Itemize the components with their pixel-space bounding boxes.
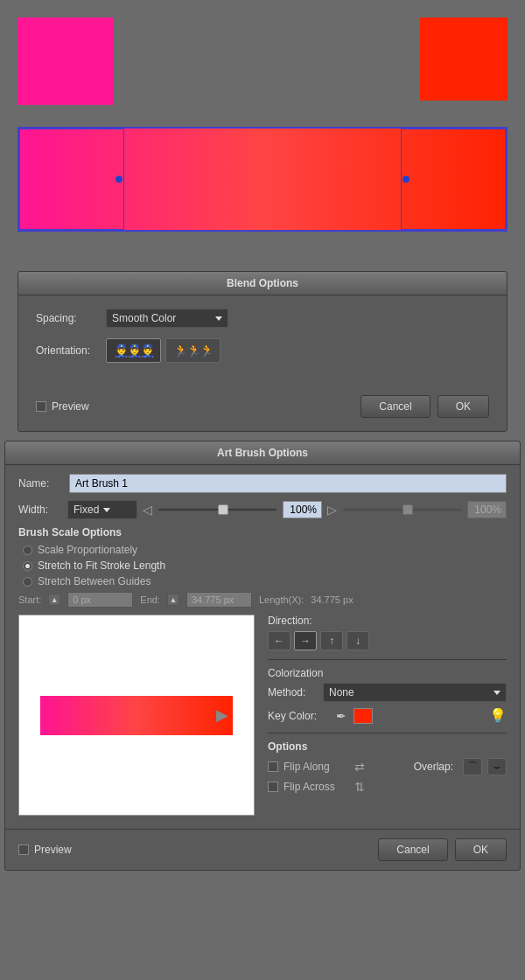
direction-label: Direction: [268,615,507,627]
dir-btn-right[interactable]: → [294,631,317,650]
width-percent-input[interactable] [283,501,322,518]
blend-options-dialog: Blend Options Spacing: Smooth Color Orie… [18,271,508,432]
width-arrow-right: ▷ [327,503,337,517]
options-title: Options [268,740,507,753]
name-row: Name: [18,474,507,493]
blend-cancel-button[interactable]: Cancel [360,395,430,418]
dir-btn-up[interactable]: ↑ [320,631,343,650]
flip-along-icon: ⇄ [354,760,365,774]
blend-box-right [401,129,506,230]
width-label: Width: [18,504,62,516]
blend-anchor-left [116,176,122,183]
width-dropdown-arrow [103,508,110,512]
overlap-btn1[interactable]: ⌒ [463,758,482,775]
flip-along-label: Flip Along [284,761,349,773]
overlap-label: Overlap: [414,761,453,773]
width-percent2-input [467,501,507,518]
length-value: 34.775 px [311,594,353,605]
width-slider2-thumb [402,504,413,515]
dir-btn-down[interactable]: ↓ [346,631,369,650]
blend-box-left [19,129,124,230]
width-dropdown[interactable]: Fixed [67,500,137,519]
start-stepper[interactable]: ▲ [48,594,60,606]
method-label: Method: [268,686,316,699]
options-section: Options Flip Along ⇄ Overlap: ⌒ ⌣ Fl [268,740,507,794]
divider2 [268,733,507,733]
spacing-value: Smooth Color [112,312,211,324]
method-dropdown-arrow [494,691,500,695]
art-brush-cancel-button[interactable]: Cancel [378,838,447,861]
flip-across-checkbox[interactable] [268,782,278,792]
key-color-swatch[interactable] [354,708,373,724]
brush-scale-title: Brush Scale Options [18,526,507,539]
spacing-label: Spacing: [36,312,106,324]
blend-ok-button[interactable]: OK [438,395,489,418]
red-square-top [420,17,508,101]
direction-buttons: ← → ↑ ↓ [268,631,507,650]
divider1 [268,659,507,660]
width-slider-thumb[interactable] [218,504,228,515]
blend-options-title: Blend Options [18,272,507,295]
art-brush-footer: Preview Cancel OK [5,829,520,870]
end-label: End: [140,594,160,605]
flip-across-row: Flip Across ⇅ [268,780,507,794]
end-input [186,592,252,608]
orientation-row: Orientation: 👮👮👮 🏃🏃🏃 [36,338,489,363]
blend-dialog-buttons: Cancel OK [360,395,489,418]
width-slider2[interactable] [342,508,462,511]
orient-btn-align-page[interactable]: 👮👮👮 [106,338,161,363]
colorization-title: Colorization [268,667,507,679]
stretch-fit-radio[interactable] [23,561,32,571]
stretch-guides-radio[interactable] [23,577,32,587]
preview-checkbox[interactable] [36,401,46,412]
orient-btn-align-path[interactable]: 🏃🏃🏃 [165,338,220,363]
flip-along-checkbox[interactable] [268,761,278,772]
stretch-fit-row: Stretch to Fit Stroke Length [18,560,507,572]
orientation-buttons: 👮👮👮 🏃🏃🏃 [106,338,220,363]
start-end-row: Start: ▲ End: ▲ Length(X): 34.775 px [18,592,507,608]
tip-icon: 💡 [489,707,507,724]
stretch-guides-label: Stretch Between Guides [38,575,150,587]
blend-options-footer: Preview Cancel OK [18,386,507,431]
stretch-guides-row: Stretch Between Guides [18,575,507,587]
key-color-label: Key Color: [268,710,329,722]
art-brush-preview-label: Preview [34,844,72,856]
art-brush-ok-button[interactable]: OK [455,838,507,861]
blend-anchor-right [402,176,410,183]
method-row: Method: None [268,683,507,702]
right-panel: Direction: ← → ↑ ↓ Colorization Method: … [268,615,507,816]
two-column-layout: ▶ Direction: ← → ↑ ↓ Colorization [18,615,507,816]
orientation-label: Orientation: [36,344,106,357]
width-value: Fixed [74,504,99,516]
scale-proportionately-radio[interactable] [23,546,32,555]
flip-across-label: Flip Across [284,781,349,793]
pink-square [18,17,114,105]
name-input[interactable] [69,474,507,493]
brush-preview-area: ▶ [18,615,255,816]
spacing-row: Spacing: Smooth Color [36,309,489,328]
spacing-dropdown-arrow [215,316,222,321]
art-brush-dialog: Art Brush Options Name: Width: Fixed ◁ ▷ [4,441,521,871]
method-value: None [329,686,489,699]
art-brush-preview-row: Preview [18,844,378,856]
spacing-dropdown[interactable]: Smooth Color [106,309,228,328]
flip-along-row: Flip Along ⇄ Overlap: ⌒ ⌣ [268,758,507,775]
preview-label: Preview [52,400,89,413]
width-row: Width: Fixed ◁ ▷ [18,500,507,519]
method-dropdown[interactable]: None [323,683,507,702]
stretch-fit-label: Stretch to Fit Stroke Length [38,560,165,572]
flip-across-icon: ⇅ [354,780,365,794]
art-brush-preview-checkbox[interactable] [18,844,29,855]
blend-container [18,127,508,232]
overlap-btn2[interactable]: ⌣ [487,758,507,775]
eyedropper-icon[interactable]: ✒ [336,709,346,723]
end-stepper[interactable]: ▲ [167,594,179,606]
name-label: Name: [18,477,62,490]
width-arrow-left: ◁ [143,503,152,517]
width-slider[interactable] [158,508,277,511]
scale-proportionately-row: Scale Proportionately [18,544,507,556]
art-brush-buttons: Cancel OK [378,838,507,861]
start-label: Start: [18,594,41,605]
length-label: Length(X): [259,594,304,605]
dir-btn-left[interactable]: ← [268,631,290,650]
